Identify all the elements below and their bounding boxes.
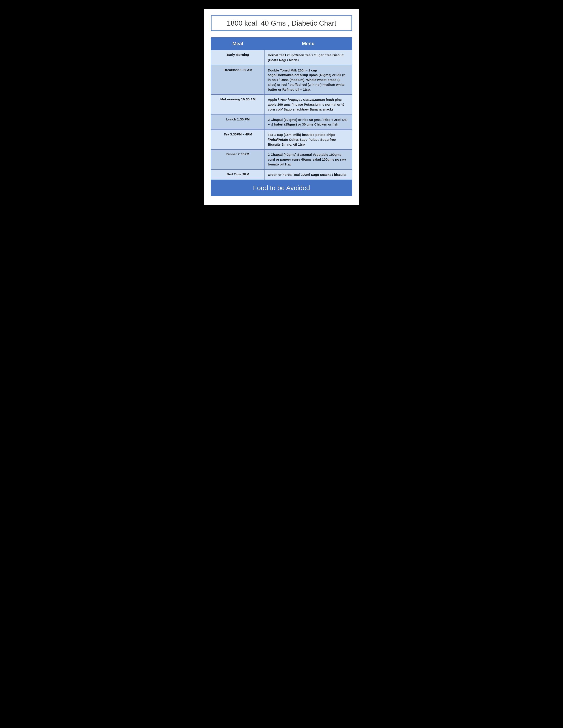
table-row: Lunch 1:30 PM2 Chapati (60 gms) or rice … xyxy=(211,114,352,130)
meal-cell: Breakfast 8:30 AM xyxy=(211,65,264,95)
meal-cell: Tea 3:30PM – 4PM xyxy=(211,130,264,150)
table-row: Bed Time 9PMGreen or herbal Teal 200ml S… xyxy=(211,169,352,180)
col-meal-header: Meal xyxy=(211,38,264,50)
table-row: Tea 3:30PM – 4PMTea 1 cup (15ml milk) in… xyxy=(211,130,352,150)
menu-cell: Tea 1 cup (15ml milk) insalted potato ch… xyxy=(264,130,352,150)
meal-cell: Bed Time 9PM xyxy=(211,169,264,180)
title-box: 1800 kcal, 40 Gms , Diabetic Chart xyxy=(211,15,352,31)
col-menu-header: Menu xyxy=(264,38,352,50)
table-header-row: Meal Menu xyxy=(211,38,352,50)
meal-cell: Early Morning xyxy=(211,50,264,65)
meal-cell: Dinner 7:30PM xyxy=(211,150,264,169)
table-row: Dinner 7:30PM2 Chapati (40gms) Seasonal … xyxy=(211,150,352,169)
menu-cell: Double Toned Milk 200m- 1 cup sago/Cornf… xyxy=(264,65,352,95)
menu-cell: 2 Chapati (40gms) Seasonal Vegetable 100… xyxy=(264,150,352,169)
meal-cell: Mid morning 10:30 AM xyxy=(211,95,264,114)
footer-box: Food to be Avoided xyxy=(211,180,352,196)
menu-cell: Apple / Pear /Papaya / Guava/Jamun fresh… xyxy=(264,95,352,114)
menu-cell: Green or herbal Teal 200ml Sago snacks /… xyxy=(264,169,352,180)
meal-cell: Lunch 1:30 PM xyxy=(211,114,264,130)
footer-text: Food to be Avoided xyxy=(253,184,310,191)
table-row: Breakfast 8:30 AMDouble Toned Milk 200m-… xyxy=(211,65,352,95)
menu-cell: Herbal Tea1 Cup/Green Tea 2 Sugar Free B… xyxy=(264,50,352,65)
page-title: 1800 kcal, 40 Gms , Diabetic Chart xyxy=(227,19,336,27)
page-container: 1800 kcal, 40 Gms , Diabetic Chart Meal … xyxy=(204,9,359,205)
meal-table: Meal Menu Early MorningHerbal Tea1 Cup/G… xyxy=(211,37,352,180)
table-row: Early MorningHerbal Tea1 Cup/Green Tea 2… xyxy=(211,50,352,65)
menu-cell: 2 Chapati (60 gms) or rice 60 gms / Rice… xyxy=(264,114,352,130)
table-row: Mid morning 10:30 AMApple / Pear /Papaya… xyxy=(211,95,352,114)
